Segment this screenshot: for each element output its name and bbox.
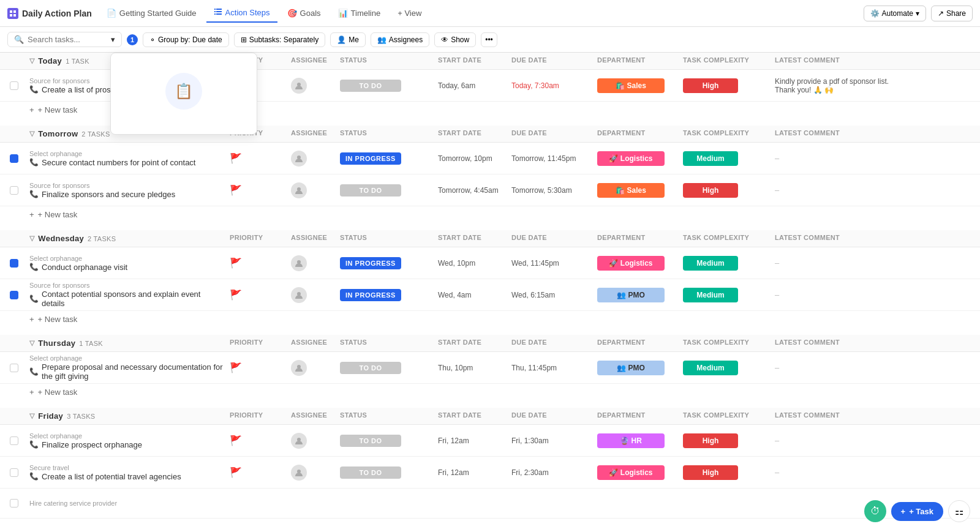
task-checkbox[interactable]	[10, 186, 18, 195]
add-task-button[interactable]: + + Task	[891, 502, 943, 521]
status-badge[interactable]: IN PROGRESS	[340, 257, 401, 269]
task-name[interactable]: 📞 Finalize prospect orphanage	[29, 440, 225, 449]
me-button[interactable]: 👤 Me	[330, 32, 366, 47]
timer-button[interactable]: ⏱	[864, 500, 886, 522]
collapse-icon[interactable]: ▽	[29, 57, 34, 65]
apps-button[interactable]: ⚏	[948, 500, 970, 522]
checkbox-cell[interactable]	[7, 467, 27, 478]
complexity-badge[interactable]: High	[683, 78, 738, 93]
collapse-icon[interactable]: ▽	[29, 234, 34, 242]
priority-flag-icon[interactable]: 🚩	[230, 152, 242, 164]
complexity-badge[interactable]: Medium	[683, 256, 738, 271]
department-badge[interactable]: 🛍️ Sales	[597, 183, 665, 198]
avatar[interactable]	[291, 433, 307, 449]
department-badge[interactable]: 🔮 HR	[597, 433, 665, 448]
avatar[interactable]	[291, 151, 307, 167]
status-cell[interactable]: IN PROGRESS	[337, 256, 435, 271]
task-name[interactable]: 📞 Secure contact numbers for point of co…	[29, 158, 225, 167]
avatar[interactable]	[291, 465, 307, 481]
task-name[interactable]: 📞 Create a list of potential travel agen…	[29, 472, 225, 481]
chevron-down-icon[interactable]: ▾	[111, 35, 115, 44]
group-by-button[interactable]: ⚬ Group by: Due date	[143, 32, 229, 47]
complexity-badge[interactable]: High	[683, 465, 738, 480]
avatar[interactable]	[291, 287, 307, 303]
department-badge[interactable]: 🚀 Logistics	[597, 465, 665, 480]
task-name[interactable]: 📞 Finalize sponsors and secure pledges	[29, 190, 225, 199]
task-checkbox[interactable]	[10, 259, 18, 268]
task-name[interactable]: 📞 Contact potential sponsors and explain…	[29, 290, 225, 308]
status-badge[interactable]: TO DO	[340, 466, 401, 479]
collapse-icon[interactable]: ▽	[29, 412, 34, 420]
status-badge[interactable]: TO DO	[340, 184, 401, 197]
collapse-icon[interactable]: ▽	[29, 130, 34, 138]
avatar[interactable]	[291, 78, 307, 94]
status-badge[interactable]: IN PROGRESS	[340, 289, 401, 301]
department-badge[interactable]: 🛍️ Sales	[597, 78, 665, 93]
avatar[interactable]	[291, 255, 307, 271]
avatar[interactable]	[291, 360, 307, 376]
share-button[interactable]: ↗ Share	[931, 6, 973, 21]
search-input[interactable]	[28, 35, 107, 44]
complexity-badge[interactable]: High	[683, 433, 738, 448]
show-button[interactable]: 👁 Show	[434, 32, 476, 47]
tab-goals[interactable]: 🎯 Goals	[280, 5, 328, 21]
tab-action-steps[interactable]: Action Steps	[206, 4, 277, 23]
task-name[interactable]: 📞 Conduct orphanage visit	[29, 263, 225, 272]
status-badge[interactable]: TO DO	[340, 80, 401, 92]
status-badge[interactable]: TO DO	[340, 362, 401, 374]
checkbox-cell[interactable]	[7, 498, 27, 509]
task-checkbox[interactable]	[10, 81, 18, 90]
tab-getting-started[interactable]: 📄 Getting Started Guide	[99, 5, 204, 21]
priority-flag-icon[interactable]: 🚩	[230, 435, 242, 446]
status-cell[interactable]: TO DO	[337, 78, 435, 93]
complexity-badge[interactable]: High	[683, 183, 738, 198]
automate-button[interactable]: ⚙️ Automate ▾	[864, 6, 926, 21]
task-checkbox[interactable]	[10, 364, 18, 372]
add-task-thursday[interactable]: + + New task	[0, 384, 980, 403]
assignees-button[interactable]: 👥 Assignees	[371, 32, 429, 47]
priority-flag-icon[interactable]: 🚩	[230, 466, 242, 478]
status-cell[interactable]: TO DO	[337, 183, 435, 198]
status-cell[interactable]: TO DO	[337, 361, 435, 375]
department-badge[interactable]: 🚀 Logistics	[597, 256, 665, 271]
status-badge[interactable]: IN PROGRESS	[340, 152, 401, 165]
checkbox-cell[interactable]	[7, 185, 27, 196]
status-cell[interactable]: TO DO	[337, 465, 435, 480]
task-checkbox[interactable]	[10, 499, 18, 508]
priority-flag-icon[interactable]: 🚩	[230, 289, 242, 301]
priority-flag-icon[interactable]: 🚩	[230, 362, 242, 373]
status-cell[interactable]: TO DO	[337, 433, 435, 448]
filter-count-badge[interactable]: 1	[127, 34, 138, 45]
task-checkbox[interactable]	[10, 436, 18, 445]
priority-flag-icon[interactable]: 🚩	[230, 184, 242, 196]
avatar[interactable]	[291, 182, 307, 198]
department-badge[interactable]: 👥 PMO	[597, 361, 665, 375]
task-checkbox[interactable]	[10, 154, 18, 163]
checkbox-cell[interactable]	[7, 258, 27, 269]
task-name[interactable]: 📞 Prepare proposal and necessary documen…	[29, 362, 225, 381]
task-checkbox[interactable]	[10, 468, 18, 477]
more-options-button[interactable]: •••	[481, 32, 497, 47]
collapse-icon[interactable]: ▽	[29, 339, 34, 347]
subtasks-button[interactable]: ⊞ Subtasks: Separately	[234, 32, 325, 47]
department-badge[interactable]: 🚀 Logistics	[597, 151, 665, 166]
complexity-badge[interactable]: Medium	[683, 288, 738, 302]
status-cell[interactable]: IN PROGRESS	[337, 288, 435, 302]
complexity-badge[interactable]: Medium	[683, 361, 738, 375]
tab-add-view[interactable]: + View	[390, 5, 429, 21]
search-box[interactable]: 🔍 ▾	[7, 32, 122, 47]
status-cell[interactable]: IN PROGRESS	[337, 151, 435, 166]
status-badge[interactable]: TO DO	[340, 435, 401, 447]
priority-flag-icon[interactable]: 🚩	[230, 257, 242, 269]
complexity-badge[interactable]: Medium	[683, 151, 738, 166]
tab-timeline[interactable]: 📊 Timeline	[331, 5, 388, 21]
task-checkbox-cell[interactable]	[7, 80, 27, 91]
department-badge[interactable]: 👥 PMO	[597, 288, 665, 302]
checkbox-cell[interactable]	[7, 153, 27, 164]
checkbox-cell[interactable]	[7, 290, 27, 301]
add-task-wednesday[interactable]: + + New task	[0, 311, 980, 330]
checkbox-cell[interactable]	[7, 362, 27, 373]
checkbox-cell[interactable]	[7, 435, 27, 446]
add-task-tomorrow[interactable]: + + New task	[0, 206, 980, 225]
task-checkbox[interactable]	[10, 291, 18, 299]
